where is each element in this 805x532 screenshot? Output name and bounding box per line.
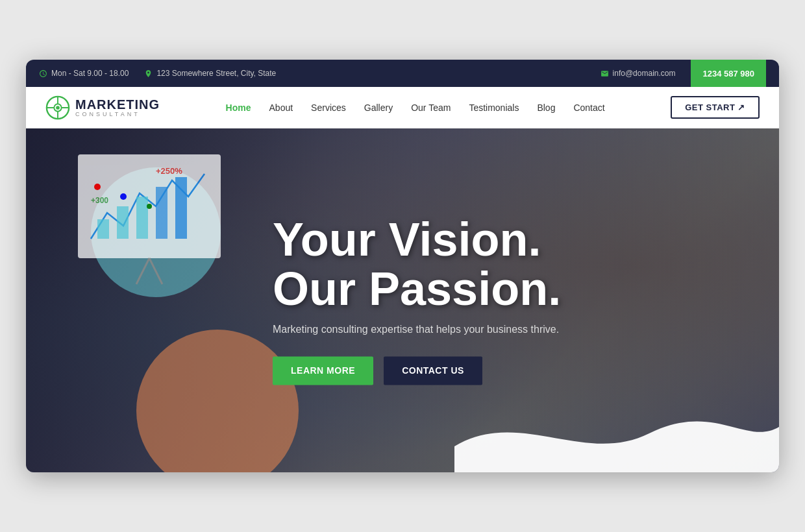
- top-bar-right: info@domain.com 1234 587 980: [601, 60, 766, 87]
- nav-link-ourteam[interactable]: Our Team: [411, 103, 451, 113]
- contact-us-button[interactable]: CONTACT US: [384, 357, 482, 385]
- nav-link-about[interactable]: About: [269, 103, 293, 113]
- svg-line-8: [136, 258, 149, 284]
- nav-link-home[interactable]: Home: [226, 103, 251, 113]
- svg-line-9: [149, 258, 162, 284]
- nav-link-blog[interactable]: Blog: [537, 103, 555, 113]
- svg-point-18: [120, 193, 127, 200]
- logo: MARKETING CONSULTANT: [45, 95, 160, 120]
- address-item: 123 Somewhere Street, City, State: [144, 69, 276, 78]
- hours-item: Mon - Sat 9.00 - 18.00: [39, 69, 129, 78]
- hero-section: +250% +300 Your Vision. Our Passion. Mar…: [26, 128, 779, 472]
- blob-white-wave: [454, 394, 779, 472]
- browser-frame: Mon - Sat 9.00 - 18.00 123 Somewhere Str…: [26, 60, 779, 472]
- nav-item-gallery[interactable]: Gallery: [364, 102, 393, 114]
- logo-sub: CONSULTANT: [75, 111, 160, 117]
- email-text: info@domain.com: [613, 69, 676, 78]
- logo-main: MARKETING: [75, 98, 160, 111]
- svg-text:+250%: +250%: [156, 166, 182, 176]
- hero-content: Your Vision. Our Passion. Marketing cons…: [273, 215, 561, 385]
- nav-item-about[interactable]: About: [269, 102, 293, 114]
- hero-subtitle: Marketing consulting expertise that help…: [273, 324, 561, 336]
- svg-rect-12: [136, 197, 148, 239]
- nav-link-testimonials[interactable]: Testimonials: [469, 103, 519, 113]
- nav-link-gallery[interactable]: Gallery: [364, 103, 393, 113]
- whiteboard-graphic: +250% +300: [71, 148, 240, 291]
- hero-buttons: LEARN MORE CONTACT US: [273, 357, 561, 385]
- logo-icon: [45, 95, 70, 120]
- nav-item-home[interactable]: Home: [226, 102, 251, 114]
- svg-point-17: [94, 184, 101, 190]
- nav-item-contact[interactable]: Contact: [573, 102, 604, 114]
- svg-rect-10: [97, 219, 109, 239]
- hero-title-line1: Your Vision.: [273, 213, 541, 265]
- svg-rect-13: [156, 187, 167, 239]
- top-bar: Mon - Sat 9.00 - 18.00 123 Somewhere Str…: [26, 60, 779, 87]
- svg-point-6: [56, 106, 60, 110]
- nav-item-ourteam[interactable]: Our Team: [411, 102, 451, 114]
- navbar: MARKETING CONSULTANT Home About Services…: [26, 87, 779, 128]
- phone-button[interactable]: 1234 587 980: [691, 60, 766, 87]
- address-text: 123 Somewhere Street, City, State: [156, 69, 276, 78]
- svg-point-19: [147, 204, 152, 209]
- nav-item-services[interactable]: Services: [311, 102, 346, 114]
- hours-text: Mon - Sat 9.00 - 18.00: [51, 69, 129, 78]
- learn-more-button[interactable]: LEARN MORE: [273, 357, 373, 385]
- hero-title-line2: Our Passion.: [273, 263, 561, 315]
- nav-link-contact[interactable]: Contact: [573, 103, 604, 113]
- top-bar-left: Mon - Sat 9.00 - 18.00 123 Somewhere Str…: [39, 69, 276, 78]
- svg-text:+300: +300: [91, 196, 108, 205]
- nav-item-testimonials[interactable]: Testimonials: [469, 102, 519, 114]
- svg-rect-11: [117, 206, 129, 239]
- nav-links: Home About Services Gallery Our Team Tes…: [226, 102, 605, 114]
- svg-rect-14: [175, 177, 187, 239]
- nav-item-blog[interactable]: Blog: [537, 102, 555, 114]
- logo-text: MARKETING CONSULTANT: [75, 98, 160, 117]
- get-start-button[interactable]: GET START ↗: [671, 96, 760, 119]
- hero-title: Your Vision. Our Passion.: [273, 215, 561, 313]
- email-item: info@domain.com: [601, 69, 676, 78]
- nav-link-services[interactable]: Services: [311, 103, 346, 113]
